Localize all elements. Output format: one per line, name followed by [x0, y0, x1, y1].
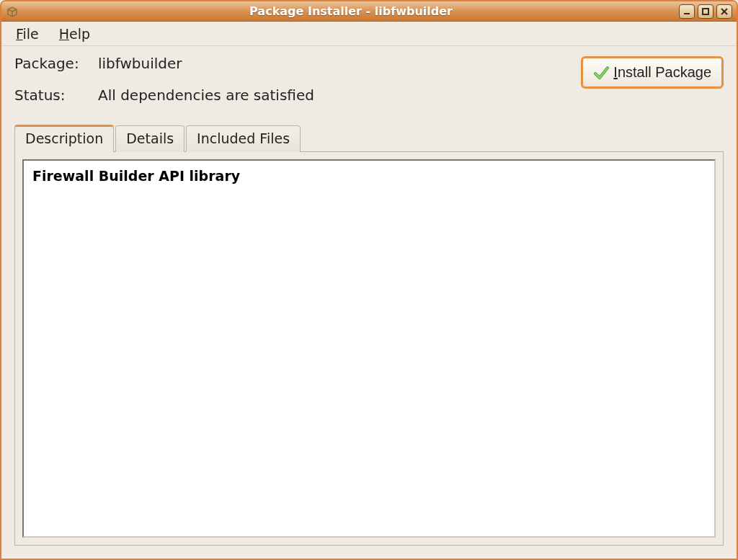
- package-value: libfwbuilder: [98, 55, 581, 72]
- close-button[interactable]: [716, 4, 732, 19]
- svg-rect-3: [703, 9, 708, 14]
- package-icon: [6, 5, 19, 18]
- description-text[interactable]: Firewall Builder API library: [22, 159, 716, 538]
- menu-help[interactable]: Help: [55, 25, 94, 43]
- status-label: Status:: [14, 86, 94, 104]
- window-title: Package Installer - libfwbuilder: [23, 4, 679, 18]
- titlebar[interactable]: Package Installer - libfwbuilder: [1, 1, 737, 22]
- minimize-button[interactable]: [679, 4, 695, 19]
- check-icon: [593, 65, 609, 81]
- tab-strip: Description Details Included Files: [14, 124, 724, 151]
- tab-description[interactable]: Description: [14, 125, 114, 153]
- svg-rect-2: [684, 13, 690, 14]
- tab-panel-description: Firewall Builder API library: [14, 151, 724, 546]
- window-root: Package Installer - libfwbuilder File He…: [0, 0, 738, 560]
- install-package-button[interactable]: Install Package: [581, 56, 724, 89]
- menu-file[interactable]: File: [12, 25, 43, 43]
- menu-file-rest: ile: [23, 26, 39, 42]
- package-info: Package: libfwbuilder Status: All depend…: [14, 55, 581, 104]
- tabs: Description Details Included Files Firew…: [14, 124, 724, 546]
- menubar: File Help: [1, 22, 737, 46]
- tab-included-files[interactable]: Included Files: [186, 125, 301, 152]
- tab-details[interactable]: Details: [115, 125, 184, 152]
- package-label: Package:: [14, 55, 94, 72]
- menu-help-rest: elp: [69, 26, 90, 42]
- content-area: Package: libfwbuilder Status: All depend…: [1, 46, 737, 559]
- info-row: Package: libfwbuilder Status: All depend…: [14, 55, 724, 104]
- description-heading: Firewall Builder API library: [32, 168, 240, 184]
- status-value: All dependencies are satisfied: [98, 86, 581, 104]
- install-label: Install Package: [613, 64, 711, 81]
- maximize-button[interactable]: [698, 4, 713, 19]
- window-controls: [679, 4, 732, 19]
